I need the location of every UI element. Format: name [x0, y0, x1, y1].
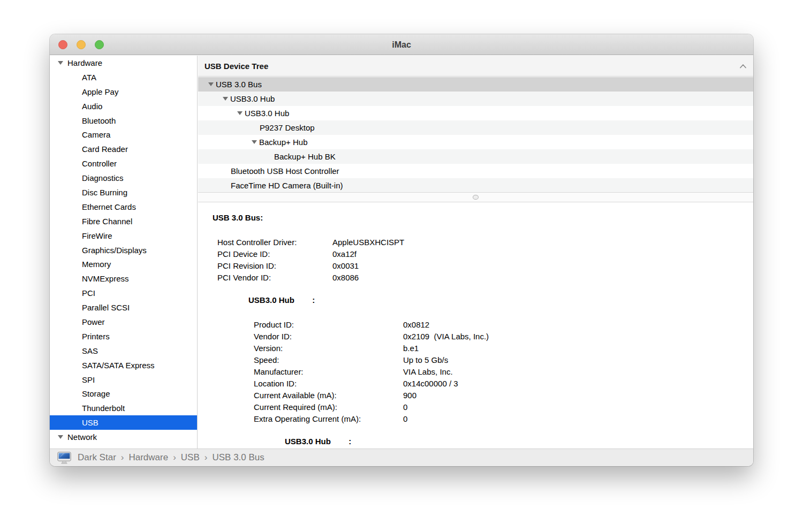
sidebar-item-apple-pay[interactable]: Apple Pay — [50, 85, 197, 99]
property-label: Location ID: — [254, 378, 297, 390]
sidebar-item-memory[interactable]: Memory — [50, 257, 197, 271]
disclosure-triangle-icon[interactable] — [252, 140, 257, 144]
property-label: Speed: — [254, 354, 279, 366]
sidebar-item-label: FireWire — [82, 231, 112, 240]
tree-row-usb-3-0-bus[interactable]: USB 3.0 Bus — [198, 77, 753, 92]
sidebar-item-label: ATA — [82, 73, 96, 82]
sidebar-item-ethernet-cards[interactable]: Ethernet Cards — [50, 200, 197, 214]
tree-row-label: USB3.0 Hub — [230, 94, 275, 103]
imac-icon — [57, 452, 71, 464]
property-label: Vendor ID: — [254, 331, 292, 343]
disclosure-triangle-icon[interactable] — [58, 61, 63, 65]
breadcrumb-segment-hardware[interactable]: Hardware — [128, 452, 168, 462]
sidebar-item-fibre-channel[interactable]: Fibre Channel — [50, 214, 197, 229]
splitter-handle-icon[interactable] — [473, 195, 479, 200]
sidebar-item-printers[interactable]: Printers — [50, 329, 197, 344]
pane-splitter[interactable] — [198, 192, 753, 202]
property-value: 0 — [403, 401, 407, 413]
breadcrumb-segment-usb-3-0-bus[interactable]: USB 3.0 Bus — [212, 452, 264, 462]
sidebar-item-disc-burning[interactable]: Disc Burning — [50, 185, 197, 200]
sidebar-item-ata[interactable]: ATA — [50, 70, 197, 85]
property-row: Current Required (mA):0 — [198, 401, 753, 413]
sidebar-item-label: Graphics/Displays — [82, 246, 147, 255]
sidebar-item-controller[interactable]: Controller — [50, 156, 197, 171]
tree-row-p9237-desktop[interactable]: P9237 Desktop — [198, 120, 753, 135]
disclosure-triangle-icon[interactable] — [208, 82, 214, 86]
breadcrumb-segment-dark-star[interactable]: Dark Star — [78, 452, 116, 462]
sidebar-item-audio[interactable]: Audio — [50, 99, 197, 113]
sidebar-item-pci[interactable]: PCI — [50, 286, 197, 300]
sidebar-item-network[interactable]: Network — [50, 430, 197, 444]
detail-section-2: USB3.0 Hub : — [198, 437, 753, 446]
disclosure-triangle-icon[interactable] — [237, 111, 243, 115]
property-value: AppleUSBXHCISPT — [332, 237, 404, 248]
property-value: 0x2109 (VIA Labs, Inc.) — [403, 331, 489, 343]
property-value: 0x14c00000 / 3 — [403, 378, 458, 390]
sidebar-item-label: Fibre Channel — [82, 217, 132, 226]
property-label: Manufacturer: — [254, 366, 304, 378]
system-information-window: iMac HardwareATAApple PayAudioBluetoothC… — [50, 34, 753, 466]
sidebar-item-camera[interactable]: Camera — [50, 127, 197, 142]
sidebar-item-label: Controller — [82, 159, 117, 168]
sidebar-item-firewire[interactable]: FireWire — [50, 229, 197, 243]
detail-section-heading: USB3.0 Hub : — [285, 437, 753, 446]
tree-row-usb3-0-hub[interactable]: USB3.0 Hub — [198, 92, 753, 106]
sidebar-item-card-reader[interactable]: Card Reader — [50, 142, 197, 156]
sidebar-item-storage[interactable]: Storage — [50, 386, 197, 401]
titlebar: iMac — [50, 34, 753, 55]
property-row: Product ID:0x0812 — [198, 319, 753, 331]
sidebar-item-label: SAS — [82, 346, 98, 355]
sidebar-item-label: Thunderbolt — [82, 404, 125, 413]
sidebar-item-label: Network — [67, 432, 97, 442]
sidebar: HardwareATAApple PayAudioBluetoothCamera… — [50, 56, 198, 449]
sidebar-item-diagnostics[interactable]: Diagnostics — [50, 171, 197, 185]
sidebar-item-label: Bluetooth — [82, 116, 116, 125]
sidebar-item-sas[interactable]: SAS — [50, 344, 197, 358]
property-row: Manufacturer:VIA Labs, Inc. — [198, 366, 753, 378]
tree-row-facetime-hd-camera-built-in[interactable]: FaceTime HD Camera (Built-in) — [198, 178, 753, 193]
usb-device-tree-header: USB Device Tree — [198, 56, 753, 77]
property-label: PCI Revision ID: — [217, 260, 276, 272]
property-label: Product ID: — [254, 319, 294, 331]
property-row: Location ID:0x14c00000 / 3 — [198, 378, 753, 390]
detail-section-1: USB3.0 Hub :Product ID:0x0812Vendor ID:0… — [198, 295, 753, 425]
sidebar-item-sata-sata-express[interactable]: SATA/SATA Express — [50, 358, 197, 373]
disclosure-triangle-icon[interactable] — [58, 435, 63, 439]
sidebar-item-bluetooth[interactable]: Bluetooth — [50, 113, 197, 128]
window-title: iMac — [50, 34, 753, 55]
sidebar-item-label: Printers — [82, 332, 110, 341]
sidebar-item-power[interactable]: Power — [50, 315, 197, 329]
sidebar-item-label: SATA/SATA Express — [82, 361, 155, 370]
breadcrumb-separator: › — [121, 452, 124, 462]
sidebar-item-label: Apple Pay — [82, 87, 118, 96]
tree-row-label: USB 3.0 Bus — [216, 80, 262, 89]
main-pane: USB Device Tree USB 3.0 BusUSB3.0 HubUSB… — [198, 56, 753, 449]
sidebar-item-graphics-displays[interactable]: Graphics/Displays — [50, 243, 197, 257]
sidebar-item-nvmexpress[interactable]: NVMExpress — [50, 271, 197, 286]
detail-section-heading: USB 3.0 Bus: — [213, 213, 753, 223]
chevron-up-icon[interactable] — [739, 64, 747, 69]
property-value: Up to 5 Gb/s — [403, 354, 448, 366]
property-value: 0 — [403, 413, 407, 425]
tree-row-label: Backup+ Hub — [259, 138, 307, 147]
sidebar-item-parallel-scsi[interactable]: Parallel SCSI — [50, 300, 197, 315]
sidebar-item-label: Diagnostics — [82, 173, 124, 183]
tree-row-backup-hub[interactable]: Backup+ Hub — [198, 135, 753, 149]
property-label: Extra Operating Current (mA): — [254, 413, 361, 425]
sidebar-item-spi[interactable]: SPI — [50, 373, 197, 387]
breadcrumb-segment-usb[interactable]: USB — [181, 452, 200, 462]
sidebar-item-usb[interactable]: USB — [50, 415, 197, 430]
tree-row-backup-hub-bk[interactable]: Backup+ Hub BK — [198, 149, 753, 164]
sidebar-item-label: Disc Burning — [82, 188, 127, 197]
tree-row-usb3-0-hub[interactable]: USB3.0 Hub — [198, 106, 753, 120]
sidebar-item-label: Card Reader — [82, 145, 128, 154]
property-row: Version:b.e1 — [198, 343, 753, 354]
sidebar-item-thunderbolt[interactable]: Thunderbolt — [50, 401, 197, 415]
sidebar-item-hardware[interactable]: Hardware — [50, 56, 197, 70]
property-row: Speed:Up to 5 Gb/s — [198, 354, 753, 366]
sidebar-item-label: Power — [82, 317, 105, 326]
property-value: 0x0031 — [332, 260, 359, 272]
tree-row-label: USB3.0 Hub — [245, 109, 289, 118]
disclosure-triangle-icon[interactable] — [223, 97, 228, 101]
tree-row-bluetooth-usb-host-controller[interactable]: Bluetooth USB Host Controller — [198, 164, 753, 178]
